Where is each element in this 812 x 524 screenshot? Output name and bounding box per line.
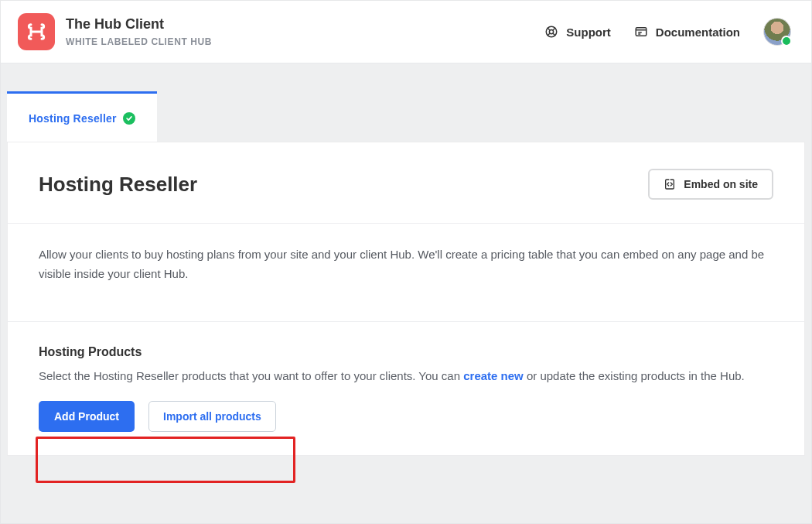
tab-hosting-reseller[interactable]: Hosting Reseller — [7, 91, 157, 142]
support-label: Support — [566, 26, 611, 39]
documentation-label: Documentation — [656, 26, 740, 39]
desc-part-a: Select the Hosting Reseller products tha… — [39, 369, 463, 382]
panel-header: Hosting Reseller Embed on site — [8, 142, 804, 224]
hosting-products-title: Hosting Products — [39, 345, 773, 359]
svg-line-5 — [554, 33, 556, 36]
brand-subtitle: WHITE LABELED CLIENT HUB — [66, 36, 212, 47]
import-all-products-button[interactable]: Import all products — [148, 401, 276, 432]
add-product-button[interactable]: Add Product — [39, 401, 135, 432]
svg-line-4 — [548, 33, 550, 36]
embed-label: Embed on site — [684, 178, 758, 190]
svg-line-2 — [548, 28, 550, 30]
annotation-highlight — [36, 437, 295, 483]
brand-text: The Hub Client WHITE LABELED CLIENT HUB — [66, 16, 212, 47]
header-actions: Support Documentation — [544, 18, 791, 46]
embed-on-site-button[interactable]: Embed on site — [648, 169, 773, 200]
create-new-link[interactable]: create new — [463, 369, 524, 382]
hosting-products-section: Hosting Products Select the Hosting Rese… — [8, 322, 804, 455]
embed-icon — [664, 178, 676, 190]
documentation-link[interactable]: Documentation — [634, 25, 740, 39]
svg-point-1 — [550, 29, 554, 33]
app-header: The Hub Client WHITE LABELED CLIENT HUB … — [1, 1, 811, 63]
support-link[interactable]: Support — [544, 25, 611, 39]
panel-description: Allow your clients to buy hosting plans … — [8, 224, 804, 322]
user-avatar[interactable] — [763, 18, 791, 46]
product-actions: Add Product Import all products — [39, 401, 773, 432]
panel-title: Hosting Reseller — [39, 173, 197, 197]
brand-logo — [18, 13, 55, 50]
desc-part-b: or update the existing products in the H… — [524, 369, 745, 382]
support-icon — [544, 25, 558, 39]
brand-title: The Hub Client — [66, 16, 212, 33]
tabs-row: Hosting Reseller — [1, 63, 811, 142]
status-online-icon — [781, 36, 792, 46]
svg-line-3 — [554, 28, 556, 30]
panel-hosting-reseller: Hosting Reseller Embed on site Allow you… — [7, 142, 805, 456]
documentation-icon — [634, 25, 648, 39]
tab-label: Hosting Reseller — [29, 112, 117, 125]
brand: The Hub Client WHITE LABELED CLIENT HUB — [18, 13, 212, 50]
check-icon — [123, 112, 135, 125]
hub-logo-icon — [26, 21, 47, 43]
hosting-products-description: Select the Hosting Reseller products tha… — [39, 367, 773, 385]
